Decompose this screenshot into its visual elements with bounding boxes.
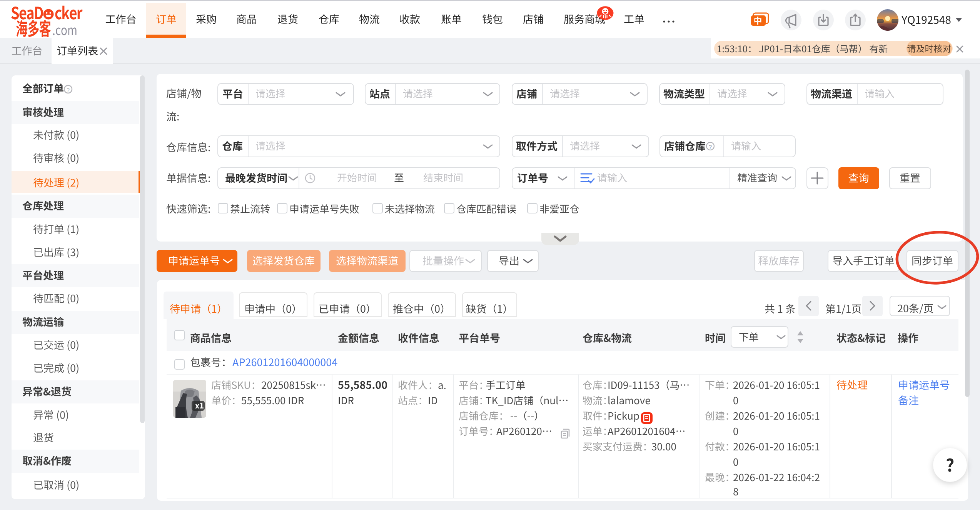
svg-text:?: ? (709, 143, 712, 150)
svg-text:?: ? (67, 87, 70, 93)
